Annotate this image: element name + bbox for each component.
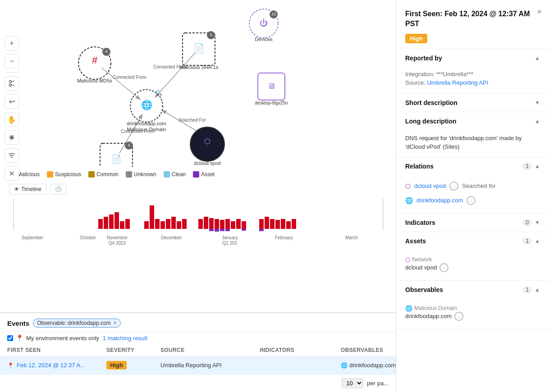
bar bbox=[155, 219, 160, 229]
obs-name: drinkfoodapp.com ⌄ bbox=[405, 312, 540, 321]
section-reported-by-header[interactable]: Reported by ▲ bbox=[396, 49, 549, 67]
node-devices[interactable]: ⏻ 13 Devices bbox=[249, 9, 278, 42]
table-row[interactable]: 📍 Feb 12, 2024 @ 12:37 A... High Umbrell… bbox=[0, 356, 396, 374]
short-desc-title: Short description bbox=[405, 99, 458, 106]
obs-item-domain: 🌐 Malicious Domain drinkfoodapp.com ⌄ bbox=[405, 302, 540, 324]
obs-type: 🌐 Malicious Domain bbox=[405, 305, 540, 312]
long-desc-chevron: ▲ bbox=[535, 118, 540, 124]
node-sha1s[interactable]: 📄 4 Malicious SHA-1s bbox=[179, 31, 219, 70]
filter-button[interactable] bbox=[5, 148, 19, 163]
relations-count: 1 bbox=[522, 163, 532, 170]
bar bbox=[209, 218, 214, 229]
assets-count: 1 bbox=[522, 237, 532, 245]
legend-suspicious-label: Suspicious bbox=[55, 171, 81, 178]
node-sha1s-badge-text: 4 bbox=[210, 32, 212, 37]
col-first-seen: First Seen bbox=[7, 347, 106, 353]
asset-name-text: dcloud vpod bbox=[405, 264, 437, 271]
events-panel: Events Observable: drinkfoodapp.com × 📍 … bbox=[0, 312, 396, 392]
long-desc-content: DNS request for 'drinkfoodapp.com' made … bbox=[396, 130, 549, 157]
filter-tag[interactable]: Observable: drinkfoodapp.com × bbox=[33, 319, 120, 328]
node-domain-label1: drinkfoodapp.com bbox=[127, 121, 166, 126]
pan-button[interactable]: ✋ bbox=[5, 112, 19, 127]
pagination: 10 per pa... bbox=[0, 374, 396, 392]
svg-point-0 bbox=[9, 81, 12, 83]
legend-asset-label: Asset bbox=[201, 171, 215, 178]
source-link[interactable]: Umbrella Reporting API bbox=[427, 79, 488, 86]
chart-container: September October November Q4 2023 Decem… bbox=[0, 196, 396, 251]
timeline-btn-label: Timeline bbox=[21, 186, 41, 192]
bar bbox=[220, 220, 224, 229]
timeline-button[interactable]: 👁 Timeline bbox=[9, 184, 46, 195]
filter-tag-close[interactable]: × bbox=[114, 320, 117, 326]
section-relations-header[interactable]: Relations 1 ▲ bbox=[396, 157, 549, 175]
section-assets: Assets 1 ▲ ⬡ Network dcloud vpod ⌄ bbox=[396, 232, 549, 281]
bar bbox=[286, 221, 291, 229]
section-long-desc-header[interactable]: Long description ▲ bbox=[396, 112, 549, 130]
node-md5s[interactable]: # 4 Malicious MD5s bbox=[77, 47, 112, 83]
node-devices-icon: ⏻ bbox=[260, 18, 268, 27]
source-row: Source: Umbrella Reporting API bbox=[405, 79, 540, 86]
section-short-desc: Short description ▼ bbox=[396, 94, 549, 112]
panel-title: First Seen: Feb 12, 2024 @ 12:37 AM PST bbox=[405, 9, 540, 29]
node-vpod[interactable]: ⬡ dcloud vpod Network bbox=[190, 127, 224, 171]
zoom-out-button[interactable]: − bbox=[5, 54, 19, 68]
node-desktop-icon: 🖥 bbox=[267, 82, 275, 91]
axis-october: October bbox=[80, 235, 96, 240]
long-desc-text: DNS request for 'drinkfoodapp.com' made … bbox=[405, 134, 540, 151]
section-observables: Observables 1 ▲ 🌐 Malicious Domain drink… bbox=[396, 281, 549, 329]
section-observables-header[interactable]: Observables 1 ▲ bbox=[396, 281, 549, 299]
bar bbox=[166, 219, 170, 229]
bar bbox=[236, 219, 241, 229]
my-env-checkbox-label[interactable]: 📍 My environment events only bbox=[7, 334, 99, 342]
short-desc-chevron: ▼ bbox=[535, 100, 540, 106]
bar bbox=[292, 219, 296, 229]
cut-button[interactable] bbox=[5, 130, 19, 145]
bar bbox=[198, 219, 203, 229]
severity-high-badge: High bbox=[405, 34, 427, 43]
bar bbox=[242, 229, 246, 231]
relation-domain-name[interactable]: drinkfoodapp.com bbox=[416, 197, 463, 204]
axis-q4: Q4 2023 bbox=[109, 241, 126, 246]
source-label: Source: bbox=[405, 79, 425, 86]
legend-asset: Asset bbox=[193, 171, 215, 178]
right-panel-header: First Seen: Feb 12, 2024 @ 12:37 AM PST … bbox=[396, 0, 549, 49]
relation-vpod-name[interactable]: dcloud vpod bbox=[414, 182, 446, 189]
no-button[interactable] bbox=[5, 166, 19, 181]
bar bbox=[209, 229, 214, 231]
section-assets-header[interactable]: Assets 1 ▲ bbox=[396, 232, 549, 250]
edge-label-1: Connected From bbox=[113, 75, 146, 80]
legend-suspicious: Suspicious bbox=[47, 171, 81, 178]
row-date[interactable]: Feb 12, 2024 @ 12:37 A... bbox=[17, 362, 85, 369]
history-button[interactable]: 🕐 bbox=[50, 184, 67, 195]
asset-expand[interactable]: ⌄ bbox=[439, 263, 448, 272]
events-header: Events Observable: drinkfoodapp.com × bbox=[0, 313, 396, 332]
undo-button[interactable]: ↩ bbox=[5, 94, 19, 109]
events-sub: 📍 My environment events only 1 matching … bbox=[0, 332, 396, 344]
section-reported-by: Reported by ▲ Integration: ***Umbrella**… bbox=[396, 49, 549, 94]
bar bbox=[281, 219, 285, 229]
close-button[interactable]: × bbox=[537, 7, 542, 17]
section-indicators-header[interactable]: Indicators 0 ▼ bbox=[396, 214, 549, 232]
scissors-button[interactable] bbox=[5, 76, 19, 91]
events-title: Events bbox=[7, 319, 29, 327]
bar bbox=[171, 217, 176, 229]
relations-content: ⬡ dcloud vpod ⌄ Searched for 🌐 drinkfood… bbox=[396, 175, 549, 213]
indicators-count: 0 bbox=[522, 219, 532, 226]
edge-label-searched: Searched For bbox=[178, 118, 206, 123]
asset-type-label: Network bbox=[412, 256, 432, 263]
section-short-desc-header[interactable]: Short description ▼ bbox=[396, 94, 549, 112]
per-page-select[interactable]: 10 bbox=[341, 378, 363, 388]
observables-content: 🌐 Malicious Domain drinkfoodapp.com ⌄ bbox=[396, 299, 549, 329]
legend: Malicious Suspicious Common Unknown Clea… bbox=[0, 167, 396, 182]
node-desktop[interactable]: 🖥 desktop-i9gv25n bbox=[255, 73, 288, 105]
svg-point-1 bbox=[9, 84, 12, 87]
relation-domain-expand[interactable]: ⌄ bbox=[467, 196, 476, 205]
section-long-desc: Long description ▲ DNS request for 'drin… bbox=[396, 112, 549, 157]
zoom-in-button[interactable]: + bbox=[5, 36, 19, 50]
obs-expand[interactable]: ⌄ bbox=[454, 312, 463, 321]
my-env-checkbox[interactable] bbox=[7, 335, 13, 341]
node-domain[interactable]: 🌐 🔍 drinkfoodapp.com Malicious Domain bbox=[127, 89, 166, 132]
bar bbox=[259, 219, 264, 229]
node-sha256s-badge-text: 4 bbox=[128, 143, 130, 147]
relation-vpod-expand[interactable]: ⌄ bbox=[449, 182, 458, 191]
